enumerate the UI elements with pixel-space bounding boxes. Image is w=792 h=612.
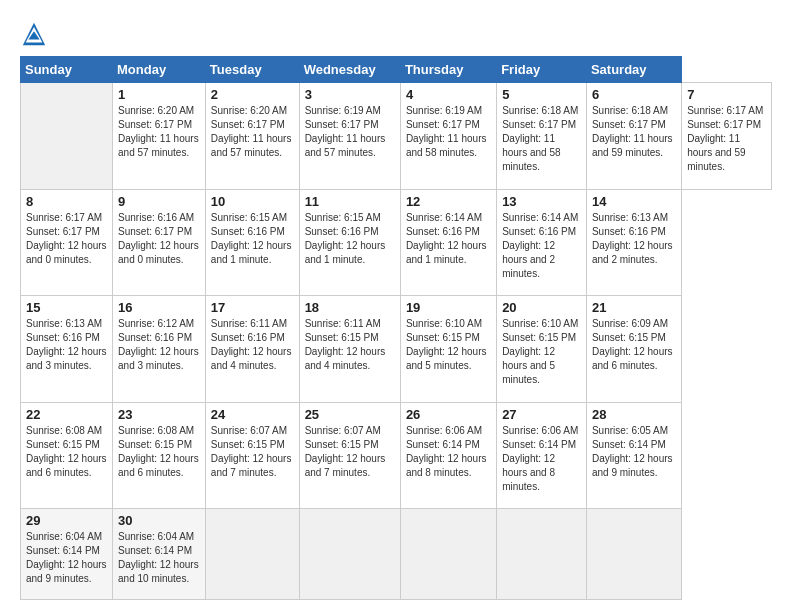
day-number: 16 [118,300,200,315]
day-info: Sunrise: 6:09 AMSunset: 6:15 PMDaylight:… [592,317,676,373]
calendar-cell: 11Sunrise: 6:15 AMSunset: 6:16 PMDayligh… [299,189,400,296]
week-row-0: 1Sunrise: 6:20 AMSunset: 6:17 PMDaylight… [21,83,772,190]
day-number: 19 [406,300,491,315]
calendar-cell: 24Sunrise: 6:07 AMSunset: 6:15 PMDayligh… [205,402,299,509]
day-number: 5 [502,87,581,102]
day-info: Sunrise: 6:13 AMSunset: 6:16 PMDaylight:… [26,317,107,373]
week-row-4: 29Sunrise: 6:04 AMSunset: 6:14 PMDayligh… [21,509,772,600]
day-number: 27 [502,407,581,422]
day-number: 2 [211,87,294,102]
day-number: 17 [211,300,294,315]
day-info: Sunrise: 6:06 AMSunset: 6:14 PMDaylight:… [502,424,581,494]
calendar-cell [400,509,496,600]
day-number: 18 [305,300,395,315]
day-info: Sunrise: 6:18 AMSunset: 6:17 PMDaylight:… [502,104,581,174]
calendar-cell: 6Sunrise: 6:18 AMSunset: 6:17 PMDaylight… [586,83,681,190]
logo-icon [20,20,48,48]
calendar-page: SundayMondayTuesdayWednesdayThursdayFrid… [0,0,792,612]
day-number: 15 [26,300,107,315]
header-cell-wednesday: Wednesday [299,57,400,83]
calendar-cell: 10Sunrise: 6:15 AMSunset: 6:16 PMDayligh… [205,189,299,296]
day-number: 9 [118,194,200,209]
calendar-cell: 15Sunrise: 6:13 AMSunset: 6:16 PMDayligh… [21,296,113,403]
calendar-cell: 19Sunrise: 6:10 AMSunset: 6:15 PMDayligh… [400,296,496,403]
header-cell-saturday: Saturday [586,57,681,83]
day-number: 14 [592,194,676,209]
calendar-body: 1Sunrise: 6:20 AMSunset: 6:17 PMDaylight… [21,83,772,600]
day-info: Sunrise: 6:14 AMSunset: 6:16 PMDaylight:… [502,211,581,281]
calendar-header: SundayMondayTuesdayWednesdayThursdayFrid… [21,57,772,83]
day-number: 10 [211,194,294,209]
calendar-cell: 29Sunrise: 6:04 AMSunset: 6:14 PMDayligh… [21,509,113,600]
day-info: Sunrise: 6:04 AMSunset: 6:14 PMDaylight:… [118,530,200,586]
day-info: Sunrise: 6:17 AMSunset: 6:17 PMDaylight:… [26,211,107,267]
day-number: 25 [305,407,395,422]
calendar-cell: 8Sunrise: 6:17 AMSunset: 6:17 PMDaylight… [21,189,113,296]
day-info: Sunrise: 6:06 AMSunset: 6:14 PMDaylight:… [406,424,491,480]
calendar-cell: 4Sunrise: 6:19 AMSunset: 6:17 PMDaylight… [400,83,496,190]
calendar-table: SundayMondayTuesdayWednesdayThursdayFrid… [20,56,772,600]
day-number: 13 [502,194,581,209]
calendar-cell: 2Sunrise: 6:20 AMSunset: 6:17 PMDaylight… [205,83,299,190]
calendar-cell: 25Sunrise: 6:07 AMSunset: 6:15 PMDayligh… [299,402,400,509]
day-info: Sunrise: 6:20 AMSunset: 6:17 PMDaylight:… [211,104,294,160]
header-cell-friday: Friday [497,57,587,83]
header-cell-monday: Monday [113,57,206,83]
week-row-3: 22Sunrise: 6:08 AMSunset: 6:15 PMDayligh… [21,402,772,509]
calendar-cell: 30Sunrise: 6:04 AMSunset: 6:14 PMDayligh… [113,509,206,600]
calendar-cell: 13Sunrise: 6:14 AMSunset: 6:16 PMDayligh… [497,189,587,296]
day-info: Sunrise: 6:08 AMSunset: 6:15 PMDaylight:… [26,424,107,480]
calendar-cell: 22Sunrise: 6:08 AMSunset: 6:15 PMDayligh… [21,402,113,509]
day-number: 26 [406,407,491,422]
day-info: Sunrise: 6:19 AMSunset: 6:17 PMDaylight:… [305,104,395,160]
day-info: Sunrise: 6:10 AMSunset: 6:15 PMDaylight:… [502,317,581,387]
calendar-cell: 14Sunrise: 6:13 AMSunset: 6:16 PMDayligh… [586,189,681,296]
calendar-cell: 9Sunrise: 6:16 AMSunset: 6:17 PMDaylight… [113,189,206,296]
calendar-cell: 16Sunrise: 6:12 AMSunset: 6:16 PMDayligh… [113,296,206,403]
day-number: 12 [406,194,491,209]
calendar-cell [586,509,681,600]
calendar-cell: 20Sunrise: 6:10 AMSunset: 6:15 PMDayligh… [497,296,587,403]
calendar-cell: 18Sunrise: 6:11 AMSunset: 6:15 PMDayligh… [299,296,400,403]
day-info: Sunrise: 6:11 AMSunset: 6:16 PMDaylight:… [211,317,294,373]
day-number: 8 [26,194,107,209]
calendar-cell [497,509,587,600]
day-info: Sunrise: 6:13 AMSunset: 6:16 PMDaylight:… [592,211,676,267]
day-number: 4 [406,87,491,102]
day-info: Sunrise: 6:20 AMSunset: 6:17 PMDaylight:… [118,104,200,160]
day-number: 11 [305,194,395,209]
logo [20,20,52,48]
day-number: 22 [26,407,107,422]
day-info: Sunrise: 6:05 AMSunset: 6:14 PMDaylight:… [592,424,676,480]
calendar-cell: 23Sunrise: 6:08 AMSunset: 6:15 PMDayligh… [113,402,206,509]
day-number: 30 [118,513,200,528]
day-number: 21 [592,300,676,315]
day-number: 7 [687,87,766,102]
header-cell-tuesday: Tuesday [205,57,299,83]
week-row-1: 8Sunrise: 6:17 AMSunset: 6:17 PMDaylight… [21,189,772,296]
day-number: 29 [26,513,107,528]
day-number: 24 [211,407,294,422]
calendar-cell: 1Sunrise: 6:20 AMSunset: 6:17 PMDaylight… [113,83,206,190]
day-number: 28 [592,407,676,422]
header-row: SundayMondayTuesdayWednesdayThursdayFrid… [21,57,772,83]
calendar-cell: 7Sunrise: 6:17 AMSunset: 6:17 PMDaylight… [682,83,772,190]
day-info: Sunrise: 6:19 AMSunset: 6:17 PMDaylight:… [406,104,491,160]
calendar-cell [21,83,113,190]
calendar-cell [205,509,299,600]
day-info: Sunrise: 6:15 AMSunset: 6:16 PMDaylight:… [305,211,395,267]
day-info: Sunrise: 6:16 AMSunset: 6:17 PMDaylight:… [118,211,200,267]
calendar-cell: 27Sunrise: 6:06 AMSunset: 6:14 PMDayligh… [497,402,587,509]
day-info: Sunrise: 6:17 AMSunset: 6:17 PMDaylight:… [687,104,766,174]
calendar-cell [299,509,400,600]
day-info: Sunrise: 6:15 AMSunset: 6:16 PMDaylight:… [211,211,294,267]
header-cell-thursday: Thursday [400,57,496,83]
day-info: Sunrise: 6:10 AMSunset: 6:15 PMDaylight:… [406,317,491,373]
day-info: Sunrise: 6:08 AMSunset: 6:15 PMDaylight:… [118,424,200,480]
header-cell-sunday: Sunday [21,57,113,83]
calendar-cell: 3Sunrise: 6:19 AMSunset: 6:17 PMDaylight… [299,83,400,190]
calendar-cell: 12Sunrise: 6:14 AMSunset: 6:16 PMDayligh… [400,189,496,296]
week-row-2: 15Sunrise: 6:13 AMSunset: 6:16 PMDayligh… [21,296,772,403]
day-info: Sunrise: 6:11 AMSunset: 6:15 PMDaylight:… [305,317,395,373]
day-number: 1 [118,87,200,102]
